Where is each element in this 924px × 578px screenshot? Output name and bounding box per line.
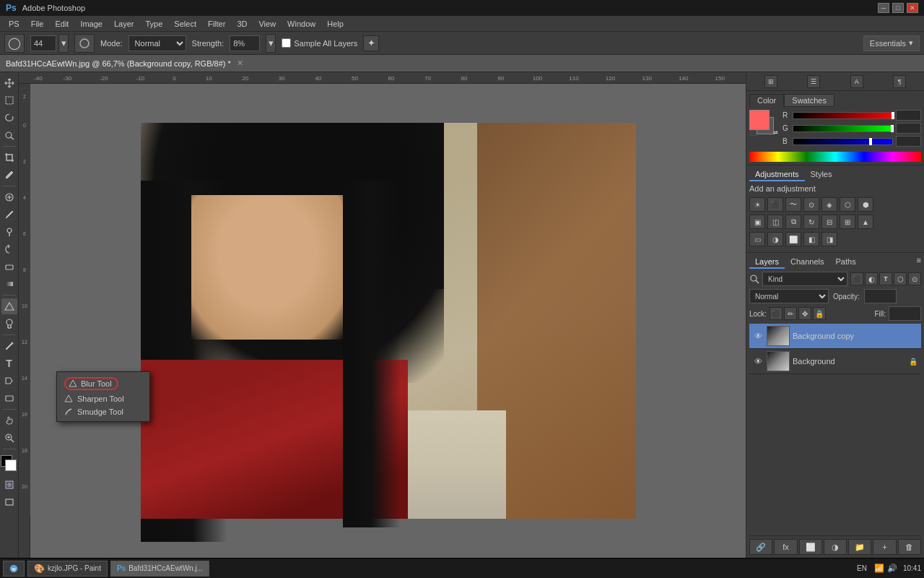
menu-window[interactable]: Window xyxy=(282,18,321,30)
quick-mask-tool[interactable] xyxy=(1,477,17,493)
fill-input[interactable]: 100% xyxy=(889,306,921,321)
filter-pixel[interactable]: ⬛ xyxy=(850,272,863,285)
path-selection-tool[interactable] xyxy=(1,373,17,389)
adj-hsl[interactable]: ⬡ xyxy=(840,197,855,212)
layers-panel-menu[interactable]: ≡ xyxy=(917,256,921,269)
r-slider[interactable] xyxy=(793,112,893,119)
menu-image[interactable]: Image xyxy=(74,18,108,30)
quick-select-tool[interactable] xyxy=(1,127,17,143)
g-value-input[interactable]: 252 xyxy=(896,123,921,134)
brush-icon[interactable]: ◯ xyxy=(4,34,25,53)
gradient-tool[interactable] xyxy=(1,276,17,292)
zoom-tool[interactable] xyxy=(1,430,17,446)
adj-vibrance[interactable]: ◈ xyxy=(821,197,837,212)
b-slider[interactable] xyxy=(793,138,893,145)
b-value-input[interactable]: 199 xyxy=(896,136,921,147)
shape-tool[interactable] xyxy=(1,390,17,406)
restore-button[interactable]: □ xyxy=(892,3,904,13)
menu-filter[interactable]: Filter xyxy=(202,18,231,30)
new-layer-btn[interactable]: + xyxy=(873,539,896,555)
panel-icon-1[interactable]: ⊞ xyxy=(764,75,777,88)
finger-painting-btn[interactable]: ✦ xyxy=(363,35,379,51)
adjustments-tab[interactable]: Adjustments xyxy=(749,168,805,181)
menu-3d[interactable]: 3D xyxy=(231,18,253,30)
minimize-button[interactable]: ─ xyxy=(878,3,889,13)
layer-visibility-bg-copy[interactable]: 👁 xyxy=(752,330,764,342)
lock-position[interactable]: ✥ xyxy=(798,307,811,320)
strength-dropdown[interactable]: ▾ xyxy=(266,34,276,53)
filter-shape[interactable]: ⬡ xyxy=(894,272,907,285)
filter-adj[interactable]: ◐ xyxy=(865,272,878,285)
adj-brightness[interactable]: ☀ xyxy=(749,197,765,212)
adj-exposure[interactable]: ⊙ xyxy=(803,197,819,212)
new-adj-layer-btn[interactable]: ◑ xyxy=(824,539,847,555)
sharpen-tool-option[interactable]: Sharpen Tool xyxy=(57,392,149,405)
color-spectrum[interactable] xyxy=(749,152,921,162)
layer-visibility-bg[interactable]: 👁 xyxy=(752,355,764,367)
filter-smart[interactable]: ⊙ xyxy=(908,272,921,285)
lasso-tool[interactable] xyxy=(1,110,17,126)
adj-channel[interactable]: ⧉ xyxy=(785,215,801,229)
adj-photo[interactable]: ◫ xyxy=(767,215,783,229)
new-group-btn[interactable]: 📁 xyxy=(848,539,871,555)
lock-transparent[interactable]: ⬛ xyxy=(770,307,783,320)
layers-mode-select[interactable]: Normal xyxy=(749,289,829,303)
add-mask-btn[interactable]: ⬜ xyxy=(799,539,822,555)
menu-select[interactable]: Select xyxy=(168,18,202,30)
blur-tool-option[interactable]: Blur Tool xyxy=(57,375,149,392)
hand-tool[interactable] xyxy=(1,413,17,428)
sample-all-layers-checkbox[interactable] xyxy=(282,38,291,48)
history-brush-tool[interactable] xyxy=(1,241,17,257)
panel-icon-2[interactable]: ☰ xyxy=(807,75,820,88)
layers-tab[interactable]: Layers xyxy=(749,256,785,269)
background-color[interactable] xyxy=(5,460,17,471)
filter-text[interactable]: T xyxy=(879,272,892,285)
link-layers-btn[interactable]: 🔗 xyxy=(749,539,772,555)
taskbar-photoshop[interactable]: Ps Bafd31HCcAEwtWn.j... xyxy=(110,561,209,577)
crop-tool[interactable] xyxy=(1,150,17,165)
swatches-tab[interactable]: Swatches xyxy=(784,94,834,107)
healing-brush-tool[interactable] xyxy=(1,189,17,205)
adj-colorlookup[interactable]: ↻ xyxy=(803,215,819,229)
adj-colorbal[interactable]: ⬢ xyxy=(858,197,873,212)
r-value-input[interactable]: 255 xyxy=(896,110,921,121)
eyedropper-tool[interactable] xyxy=(1,167,17,183)
menu-help[interactable]: Help xyxy=(321,18,349,30)
panel-icon-3[interactable]: A xyxy=(850,75,863,88)
menu-edit[interactable]: Edit xyxy=(49,18,74,30)
taskbar-paint[interactable]: 🎨 kzjlo.JPG - Paint xyxy=(27,561,108,577)
channels-tab[interactable]: Channels xyxy=(785,256,829,269)
layers-kind-select[interactable]: Kind xyxy=(762,272,847,286)
adj-threshold[interactable]: ▲ xyxy=(858,215,873,229)
taskbar-start[interactable]: W xyxy=(3,561,25,577)
screen-mode-tool[interactable] xyxy=(1,494,17,510)
panel-icon-4[interactable]: ¶ xyxy=(893,75,906,88)
adj-bw[interactable]: ▣ xyxy=(749,215,765,229)
delete-layer-btn[interactable]: 🗑 xyxy=(898,539,921,555)
lock-image[interactable]: ✏ xyxy=(784,307,797,320)
menu-view[interactable]: View xyxy=(253,18,282,30)
blur-tool[interactable] xyxy=(1,298,17,314)
text-tool[interactable]: T xyxy=(1,355,17,371)
layer-background-copy[interactable]: 👁 Background copy xyxy=(749,324,921,349)
adj-3[interactable]: ⬜ xyxy=(785,232,801,246)
color-tab[interactable]: Color xyxy=(749,94,784,107)
document-close-button[interactable]: ✕ xyxy=(237,59,243,68)
adj-posterize[interactable]: ⊞ xyxy=(840,215,855,229)
canvas[interactable]: Blur Tool Sharpen Tool Smudge Tool xyxy=(30,84,746,558)
move-tool[interactable] xyxy=(1,75,17,91)
paths-tab[interactable]: Paths xyxy=(830,256,862,269)
essentials-button[interactable]: Essentials ▾ xyxy=(863,35,920,51)
adj-curves[interactable]: 〜 xyxy=(785,197,801,212)
g-slider[interactable] xyxy=(793,125,893,132)
lock-all[interactable]: 🔒 xyxy=(813,307,826,320)
add-style-btn[interactable]: fx xyxy=(774,539,797,555)
adj-4[interactable]: ◧ xyxy=(803,232,819,246)
opacity-input[interactable]: 100% xyxy=(864,289,897,303)
brush-size-input[interactable] xyxy=(30,35,56,51)
adj-invert[interactable]: ⊟ xyxy=(821,215,837,229)
smudge-tool-option[interactable]: Smudge Tool xyxy=(57,405,149,418)
menu-file[interactable]: File xyxy=(25,18,50,30)
layer-background[interactable]: 👁 Background 🔒 xyxy=(749,349,921,374)
adj-gradient-map[interactable]: ▭ xyxy=(749,232,765,246)
